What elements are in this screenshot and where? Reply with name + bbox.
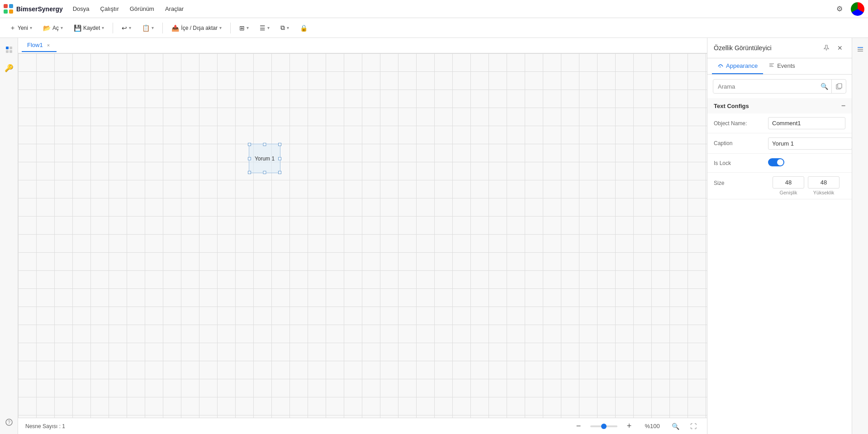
object-name-input[interactable]: [768, 117, 845, 129]
size-row: Size Genişlik Yükseklik: [707, 173, 852, 199]
menu-araclar[interactable]: Araçlar: [161, 4, 188, 14]
widget-label: Yorum 1: [255, 156, 275, 162]
save-button[interactable]: 💾 Kaydet ▾: [70, 22, 108, 34]
tab-bar: Flow1 ×: [18, 38, 707, 53]
tab-appearance[interactable]: A Appearance: [712, 58, 763, 74]
zoom-fit-icon[interactable]: 🔍: [669, 420, 682, 433]
svg-rect-3: [9, 50, 12, 53]
zoom-thumb[interactable]: [601, 424, 607, 429]
appearance-icon: A: [717, 62, 724, 70]
section-title: Text Configs: [714, 103, 841, 109]
panel-close-icon[interactable]: ✕: [835, 42, 845, 53]
is-lock-label: Is Lock: [714, 160, 768, 166]
menu-dosya[interactable]: Dosya: [68, 4, 94, 14]
handle-tr[interactable]: [278, 143, 281, 146]
canvas-wrapper[interactable]: Yorum 1: [18, 53, 707, 418]
panel-tabs: A Appearance Events: [707, 58, 852, 75]
redo-icon: 📋: [142, 24, 150, 32]
svg-rect-12: [838, 84, 842, 88]
panel-search: 🔍: [713, 79, 846, 94]
handle-ml[interactable]: [248, 157, 251, 160]
toolbar: ＋ Yeni ▾ 📂 Aç ▾ 💾 Kaydet ▾ ↩ ▾ 📋 ▾ 📤 İçe…: [0, 18, 868, 38]
handle-tl[interactable]: [248, 143, 251, 146]
is-lock-toggle[interactable]: [768, 158, 784, 166]
undo-button[interactable]: ↩ ▾: [118, 22, 135, 34]
handle-br[interactable]: [278, 171, 281, 174]
height-input[interactable]: [808, 176, 840, 189]
is-lock-row: Is Lock: [707, 154, 852, 173]
paste-icon[interactable]: [831, 80, 846, 93]
comment-widget[interactable]: Yorum 1: [249, 144, 280, 173]
properties-icon[interactable]: [854, 42, 867, 56]
tab-close-button[interactable]: ×: [46, 42, 51, 48]
left-sidebar: 🔑 ?: [0, 38, 18, 434]
separator-1: [113, 23, 113, 33]
handle-bc[interactable]: [263, 171, 266, 174]
width-input[interactable]: [773, 176, 804, 189]
zoom-slider[interactable]: [590, 425, 617, 427]
right-panel: Özellik Görüntüleyici ✕ A Appearance Ev: [707, 38, 852, 434]
user-avatar[interactable]: [851, 2, 864, 16]
caption-input[interactable]: [768, 137, 852, 150]
lock-button[interactable]: 🔒: [296, 22, 312, 34]
zoom-in-button[interactable]: +: [623, 420, 636, 433]
collapse-icon[interactable]: −: [841, 102, 845, 110]
new-button[interactable]: ＋ Yeni ▾: [5, 22, 36, 34]
size-label: Size: [714, 176, 768, 186]
main-area: 🔑 ? Flow1 ×: [0, 38, 868, 434]
svg-rect-0: [6, 47, 9, 49]
zoom-level: %100: [641, 423, 664, 429]
height-field: Yükseklik: [808, 176, 840, 195]
app-logo[interactable]: BimserSynergy: [4, 4, 63, 14]
caption-label: Caption: [714, 140, 768, 146]
object-name-label: Object Name:: [714, 120, 768, 127]
export-button[interactable]: 📤 İçe / Dışa aktar ▾: [167, 22, 226, 34]
align-button[interactable]: ☰ ▾: [256, 22, 274, 34]
tools-icon[interactable]: [2, 42, 16, 57]
canvas[interactable]: Yorum 1: [18, 53, 707, 418]
search-icon[interactable]: 🔍: [817, 80, 831, 93]
layer-button[interactable]: ⧉ ▾: [276, 22, 293, 34]
grid-button[interactable]: ⊞ ▾: [235, 22, 253, 34]
fullscreen-icon[interactable]: ⛶: [687, 420, 700, 433]
tab-events-label: Events: [777, 62, 795, 69]
logo-icon: [4, 4, 14, 14]
settings-icon[interactable]: ⚙: [833, 2, 846, 16]
layer-icon: ⧉: [280, 24, 285, 32]
tab-events[interactable]: Events: [763, 58, 801, 74]
bottom-left-icon[interactable]: ?: [2, 415, 16, 429]
tab-label: Flow1: [27, 42, 43, 48]
export-icon: 📤: [171, 24, 179, 32]
toggle-thumb: [777, 159, 783, 165]
handle-bl[interactable]: [248, 171, 251, 174]
key-icon[interactable]: 🔑: [2, 61, 16, 75]
zoom-out-button[interactable]: −: [572, 420, 585, 433]
open-button[interactable]: 📂 Aç ▾: [39, 22, 67, 34]
caption-row: Caption: [707, 133, 852, 154]
menu-gorunum[interactable]: Görünüm: [125, 4, 159, 14]
content-area: Flow1 × Yorum 1: [18, 38, 707, 434]
handle-mr[interactable]: [278, 157, 281, 160]
lock-icon: 🔒: [300, 24, 308, 32]
panel-pin-icon[interactable]: [821, 42, 832, 53]
svg-text:A: A: [719, 66, 721, 68]
handle-tc[interactable]: [263, 143, 266, 146]
toggle-track: [768, 158, 784, 166]
tab-appearance-label: Appearance: [726, 62, 758, 69]
menu-calistir[interactable]: Çalıştır: [96, 4, 123, 14]
far-right-sidebar: [852, 38, 868, 434]
search-input[interactable]: [713, 80, 817, 93]
tab-flow1[interactable]: Flow1 ×: [22, 39, 57, 52]
width-field: Genişlik: [773, 176, 804, 195]
height-label: Yükseklik: [813, 190, 834, 195]
panel-header: Özellik Görüntüleyici ✕: [707, 38, 852, 58]
section-header: Text Configs −: [707, 98, 852, 113]
redo-button[interactable]: 📋 ▾: [138, 22, 158, 34]
svg-rect-2: [6, 50, 9, 53]
new-icon: ＋: [9, 24, 16, 32]
panel-title: Özellik Görüntüleyici: [714, 44, 821, 52]
grid-icon: ⊞: [239, 24, 245, 32]
text-configs-section: Text Configs − Object Name: Caption: [707, 98, 852, 199]
save-icon: 💾: [74, 24, 81, 32]
width-label: Genişlik: [779, 190, 797, 195]
